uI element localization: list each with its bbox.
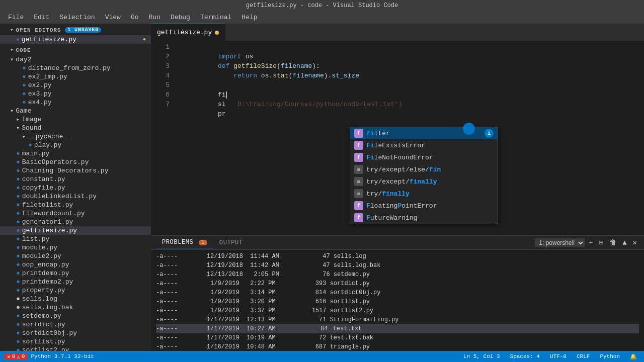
ac-match-filter: fi (366, 130, 374, 137)
file-main[interactable]: ●main.py (0, 149, 151, 158)
encoding-label: UTF-8 (550, 353, 567, 359)
maximize-panel-button[interactable]: ▲ (620, 238, 628, 248)
statusbar-line-col[interactable]: Ln 5, Col 3 (460, 353, 503, 359)
statusbar-language[interactable]: Python (597, 353, 623, 359)
file-module[interactable]: ●module.py (0, 243, 151, 252)
ac-symbol-icon-futurewarning: f (354, 213, 363, 222)
statusbar: ✕ 0 ⚠ 0 Python 3.7.1 32-bit Ln 5, Col 3 … (0, 351, 644, 362)
autocomplete-item-tryexceptfinally[interactable]: ⊞ try/except/finally (350, 175, 498, 188)
file-module2[interactable]: ●module2.py (0, 252, 151, 260)
terminal-line-11: -a---- 1/16/2019 10:48 AM 687 triangle.p… (156, 342, 639, 351)
open-editor-filename: getfilesize.py (22, 36, 76, 43)
file-icon-const: ● (16, 175, 20, 183)
statusbar-line-ending[interactable]: CRLF (574, 353, 593, 359)
file-icon-sl: ● (16, 295, 20, 303)
file-sellslog[interactable]: ●sells.log (0, 295, 151, 303)
menu-run[interactable]: Run (144, 13, 164, 22)
autocomplete-item-filenotfound[interactable]: f FileNotFoundError (350, 151, 498, 163)
terminal-line-6: -a---- 1/9/2019 3:20 PM 616 sortlist.py (156, 297, 639, 306)
autocomplete-item-tryexceptelse[interactable]: ⊞ try/except/else/fin (350, 163, 498, 175)
menu-edit[interactable]: Edit (30, 13, 53, 22)
file-filetolist[interactable]: ●filetolist.py (0, 201, 151, 209)
ac-snippet-icon-tryexceptfinally: ⊞ (354, 177, 363, 186)
folder-pycache[interactable]: ▸ __pycache__ (0, 132, 151, 141)
folder-game[interactable]: ▾ Game (0, 107, 151, 115)
file-constant[interactable]: ●constant.py (0, 175, 151, 184)
file-property[interactable]: ●property.py (0, 286, 151, 295)
menu-selection[interactable]: Selection (55, 13, 99, 22)
file-sortdict[interactable]: ●sortdict.py (0, 320, 151, 329)
trash-terminal-button[interactable]: 🗑 (607, 238, 618, 248)
file-ex2[interactable]: ●ex2.py (0, 81, 151, 89)
file-generator[interactable]: ●generator1.py (0, 218, 151, 226)
autocomplete-item-fileexists[interactable]: f FileExistsError (350, 139, 498, 151)
panel-controls: 1: powershell + ⊟ 🗑 ▲ ✕ (535, 237, 639, 248)
file-copyfile[interactable]: ●copyfile.py (0, 184, 151, 192)
folder-sound[interactable]: ▾ Sound (0, 124, 151, 132)
file-list[interactable]: ●list.py (0, 235, 151, 243)
warning-count: 0 (22, 353, 25, 359)
open-editors-label: OPEN EDITORS (16, 27, 61, 33)
menu-go[interactable]: Go (127, 13, 143, 22)
titlebar: getfilesize.py - code - Visual Studio Co… (0, 0, 644, 11)
file-oop-encap[interactable]: ●oop_encap.py (0, 260, 151, 269)
file-doublelinked[interactable]: ●doubleLinkedList.py (0, 192, 151, 201)
file-sortlist2[interactable]: ●sortlist2.py (0, 346, 151, 351)
unsaved-indicator: ● (143, 37, 146, 42)
editor-content: 1 2 3 4 5 6 7 import os def getfileSize(… (151, 41, 644, 235)
file-basicoperators[interactable]: ●BasicOperators.py (0, 158, 151, 166)
autocomplete-item-tryfinally[interactable]: ⊞ try/finally (350, 188, 498, 200)
ac-symbol-icon-filenotfound: f (354, 153, 363, 162)
file-ex4[interactable]: ●ex4.py (0, 98, 151, 107)
ac-label-fileexists: FileExistsError (366, 142, 494, 149)
panel-tab-output[interactable]: OUTPUT (213, 237, 249, 248)
menu-debug[interactable]: Debug (167, 13, 194, 22)
file-filewordcount[interactable]: ●filewordcount.py (0, 209, 151, 218)
file-sellslogbak[interactable]: ●sells.log.bak (0, 303, 151, 312)
file-icon-sdict: ● (16, 321, 20, 328)
autocomplete-item-filter[interactable]: f filter i (350, 127, 498, 139)
ac-info-button-filter[interactable]: i (485, 129, 494, 138)
file-sortlist[interactable]: ●sortlist.py (0, 337, 151, 346)
menu-file[interactable]: File (4, 13, 28, 22)
file-ex3[interactable]: ●ex3.py (0, 89, 151, 98)
terminal-selector[interactable]: 1: powershell (535, 238, 585, 247)
autocomplete-item-futurewarning[interactable]: f FutureWarning (350, 212, 498, 224)
statusbar-python-version[interactable]: Python 3.7.1 32-bit (28, 353, 97, 360)
folder-sound-label: Sound (22, 124, 41, 132)
file-printdemo2[interactable]: ●printdemo2.py (0, 278, 151, 286)
file-chaining[interactable]: ●Chaining Decorators.py (0, 166, 151, 175)
panel-tab-problems[interactable]: PROBLEMS 1 (156, 237, 213, 248)
file-sortdictobj[interactable]: ●sortdict0bj.py (0, 329, 151, 337)
statusbar-errors[interactable]: ✕ 0 ⚠ 0 (4, 353, 28, 360)
file-distance[interactable]: ●distance_from_zero.py (0, 64, 151, 72)
autocomplete-item-floatingpoint[interactable]: f FloatingPointError (350, 200, 498, 212)
add-terminal-button[interactable]: + (587, 238, 595, 248)
line-numbers: 1 2 3 4 5 6 7 (151, 41, 174, 235)
file-icon-bo: ● (16, 158, 20, 166)
file-setdemo[interactable]: ●setdemo.py (0, 312, 151, 320)
file-icon-play: ● (28, 141, 32, 149)
menu-terminal[interactable]: Terminal (196, 13, 235, 22)
split-terminal-button[interactable]: ⊟ (597, 237, 605, 248)
folder-day2[interactable]: ▾ day2 (0, 55, 151, 64)
minimize-panel-button[interactable]: ✕ (631, 237, 639, 248)
tab-getfilesize[interactable]: getfilesize.py (151, 24, 225, 41)
open-editor-file[interactable]: ● getfilesize.py ● (0, 35, 151, 44)
file-icon-slist2: ● (16, 346, 20, 351)
file-icon-sd: ● (16, 312, 20, 320)
error-icon: ✕ (7, 353, 11, 360)
statusbar-spaces[interactable]: Spaces: 4 (507, 353, 543, 359)
file-printdemo[interactable]: ●printdemo.py (0, 269, 151, 278)
menu-view[interactable]: View (101, 13, 125, 22)
menu-help[interactable]: Help (237, 13, 261, 22)
statusbar-notifications[interactable]: 🔔 (627, 353, 640, 360)
file-getfilesize[interactable]: ●getfilesize.py (0, 226, 151, 235)
statusbar-encoding[interactable]: UTF-8 (547, 353, 570, 359)
file-play[interactable]: ●play.py (0, 141, 151, 149)
ac-label-futurewarning: FutureWarning (366, 214, 494, 222)
folder-image[interactable]: ▸ Image (0, 115, 151, 124)
open-editors-header: ▾ OPEN EDITORS 1 UNSAVED (0, 24, 151, 35)
folder-arrow-icon: ▾ (10, 56, 14, 63)
file-ex2imp[interactable]: ●ex2_imp.py (0, 72, 151, 81)
